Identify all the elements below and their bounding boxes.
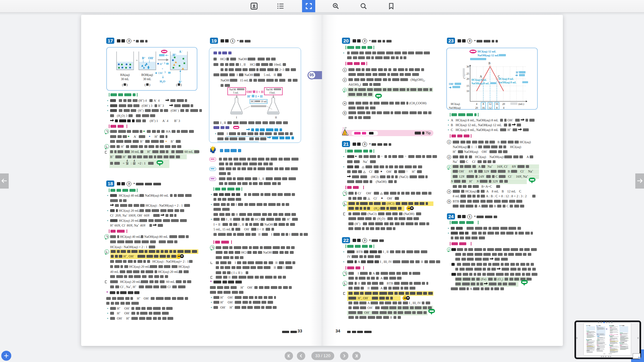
svg-text:NaOH(aq) 8 mL: NaOH(aq) 8 mL [498,81,516,84]
svg-text:II: II [275,116,277,119]
svg-text:12: 12 [489,106,492,109]
svg-text:OH−: OH− [247,90,253,94]
svg-text:+: + [136,58,138,62]
svg-text:NaOH(aq) 8 mL: NaOH(aq) 8 mL [471,82,489,85]
svg-text:+: + [162,67,163,70]
svg-text:30 mL: 30 mL [121,78,129,81]
svg-text:): ) [127,83,128,87]
svg-text:HCl(aq) 8 mL: HCl(aq) 8 mL [498,78,514,80]
svg-text:(: ( [176,83,177,87]
svg-text:20: 20 [475,106,478,109]
svg-text:30: 30 [467,65,469,68]
svg-text:(: ( [145,83,146,87]
svg-text:12: 12 [489,102,492,106]
svg-text:BOH(aq): BOH(aq) [141,73,153,77]
svg-text:25: 25 [467,72,469,75]
svg-text:8: 8 [496,106,497,109]
svg-text:HCl: HCl [251,100,255,103]
svg-text:20: 20 [467,77,469,80]
svg-text:): ) [149,83,150,87]
svg-text:NaOH: NaOH [229,88,236,91]
svg-text:B: B [488,62,490,65]
svg-text:10: 10 [467,89,469,93]
svg-text:H+: H+ [247,95,251,98]
svg-text:I = II: I = II [255,95,262,98]
svg-text:HA(aq): HA(aq) [120,73,130,77]
svg-text:NaOH(aq) 12 mL: NaOH(aq) 12 mL [478,54,499,57]
svg-text:HCl(aq) 12 mL: HCl(aq) 12 mL [478,50,496,53]
svg-text:16: 16 [482,106,485,109]
svg-text:20: 20 [502,102,505,106]
svg-text:1: 1 [344,132,346,135]
svg-text:16: 16 [496,102,498,106]
svg-text:15: 15 [467,84,469,88]
svg-text:I: I [236,116,237,119]
svg-text:(: ( [122,83,123,87]
svg-text:(mL): (mL) [518,102,524,106]
svg-text:8: 8 [483,102,484,106]
svg-text:NaOH(aq): NaOH(aq) [449,106,461,109]
svg-text:15mL: 15mL [269,91,275,94]
svg-text:I < II: I < II [256,90,263,94]
svg-text:NaOH: NaOH [266,88,273,91]
svg-text:HCl(aq): HCl(aq) [451,102,460,106]
svg-text:): ) [181,83,182,87]
svg-text:5 mL: 5 mL [233,91,239,94]
svg-text:10 mL: 10 mL [261,100,267,103]
svg-text:A: A [480,75,482,78]
svg-text:30 mL: 30 mL [143,78,151,81]
svg-text:HCl(aq) 8 mL: HCl(aq) 8 mL [471,79,487,81]
